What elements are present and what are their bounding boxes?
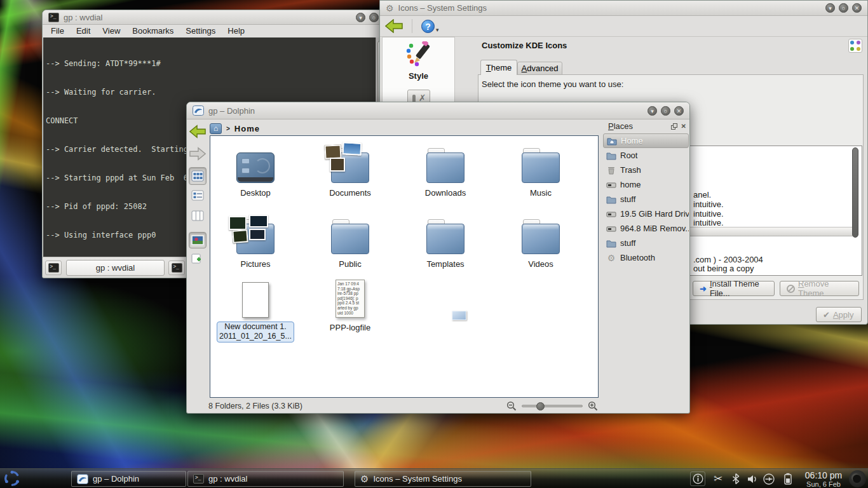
folder-item-music[interactable]: Music [496,142,585,198]
zoom-out-icon[interactable] [506,401,517,411]
icon-theme-prompt: Select the icon theme you want to use: [482,79,623,89]
maximize-button[interactable]: ○ [839,3,848,13]
folder-item-public[interactable]: Public [306,214,395,269]
maximize-button[interactable]: ○ [369,13,379,22]
list-scrollbar-thumb[interactable] [852,147,858,238]
launcher-button[interactable] [3,469,22,488]
file-item-ppp-logfile[interactable]: Jan 17 09:4 7:18 gp-Asp ire-5738 pp pd[1… [306,277,395,332]
place-item-bluetooth[interactable]: ⚙ Bluetooth [603,250,689,265]
selected-file-label: New document 1. 2011_01_20_16_5... [217,322,294,342]
zoom-slider[interactable] [522,405,583,407]
folder-item-documents[interactable]: Documents [306,142,395,198]
place-item-hard-drive[interactable]: 19.5 GiB Hard Drive [603,207,689,221]
klipper-scissors-icon[interactable]: ✂ [710,471,726,486]
close-button[interactable]: ✕ [674,106,684,116]
volume-tray-icon[interactable] [745,471,760,486]
status-text: 8 Folders, 2 Files (3.3 KiB) [208,402,302,410]
task-wvdial[interactable]: gp : wvdial [187,471,344,487]
maximize-button[interactable]: ○ [661,106,670,116]
remove-theme-button[interactable]: Remove Theme [780,281,859,296]
konsole-menubar: File Edit View Bookmarks Settings Help [43,25,384,37]
float-panel-icon[interactable] [671,123,677,130]
zoom-slider-knob[interactable] [536,402,545,410]
install-theme-button[interactable]: ➜ Install Theme File... [693,281,775,296]
terminal-app-icon [48,13,59,22]
close-button[interactable]: ✕ [852,3,862,13]
minimize-button[interactable]: ▾ [825,3,835,13]
columns-view-button[interactable] [189,210,207,221]
menu-help[interactable]: Help [227,26,245,37]
new-tab-button-right[interactable] [168,261,185,275]
place-item-root[interactable]: Root [603,148,689,163]
bluetooth-icon: ⚙ [606,253,616,263]
back-button[interactable] [189,125,207,139]
place-item-trash[interactable]: Trash [603,163,689,177]
terminal-line: --> Sending: ATDT*99***1# [46,59,374,69]
folder-label: Music [496,188,585,198]
menu-file[interactable]: File [51,26,64,37]
folder-item-desktop[interactable]: Desktop [211,142,300,198]
place-item-stuff-2[interactable]: stuff [603,236,689,250]
folder-item-downloads[interactable]: Downloads [401,142,490,198]
apply-button[interactable]: ✔ Apply [816,307,862,322]
konsole-titlebar[interactable]: gp : wvdial ▾ ○ [43,10,384,25]
task-system-settings[interactable]: ⚙ Icons – System Settings [355,471,531,487]
drive-icon [606,180,616,190]
place-item-home[interactable]: Home [603,133,689,148]
notifications-tray-icon[interactable] [690,471,705,486]
place-item-removable[interactable]: 964.8 MiB Remov... [603,221,689,236]
minimize-button[interactable]: ▾ [356,13,365,22]
folder-item-templates[interactable]: Templates [401,214,490,269]
battery-tray-icon[interactable] [780,471,796,486]
menu-edit[interactable]: Edit [76,26,90,37]
sidebar-item-style[interactable]: Style [383,37,454,81]
theme-list-text: intuitive. [693,218,724,227]
preview-icon [191,235,204,245]
konsole-title: gp : wvdial [64,13,102,22]
details-view-button[interactable] [189,190,207,201]
system-settings-titlebar[interactable]: ⚙ Icons – System Settings ▾ ○ ✕ [380,1,867,16]
file-item-new-document[interactable]: New document 1. 2011_01_20_16_5... [211,277,300,342]
preview-toggle-button[interactable] [189,232,207,248]
terminal-icon [172,263,182,273]
new-tab-button[interactable] [45,261,62,275]
forward-button[interactable] [189,147,207,161]
terminal-line: --> Waiting for carrier. [46,88,374,97]
dolphin-title: gp – Dolphin [208,106,255,116]
tab-advanced[interactable]: Advanced [517,62,562,75]
chevron-down-icon: ▾ [436,27,439,33]
sidebar-item-label: Style [383,71,454,81]
back-button[interactable] [385,19,403,33]
breadcrumb-home[interactable]: Home [234,124,260,133]
folder-item-pictures[interactable]: Pictures [211,214,300,269]
bluetooth-tray-icon[interactable] [728,471,743,486]
clock-date: Sun, 6 Feb [799,480,848,488]
folder-icon [522,224,560,254]
theme-description-text: out being a copy [693,264,754,273]
close-panel-icon[interactable]: ✕ [681,123,686,130]
konsole-tab[interactable]: gp : wvdial [66,260,165,276]
breadcrumb: ⌂ > Home [210,121,260,135]
menu-settings[interactable]: Settings [186,26,215,37]
help-button[interactable]: ? ▾ [421,20,439,33]
menu-view[interactable]: View [102,26,120,37]
icons-view-button[interactable] [189,167,207,185]
place-item-stuff[interactable]: stuff [603,192,689,207]
tab-theme[interactable]: Theme [480,60,517,75]
places-header: Places [608,121,633,131]
home-icon[interactable]: ⌂ [210,123,222,134]
folder-item-videos[interactable]: Videos [496,214,585,269]
split-view-button[interactable] [189,254,207,265]
document-icon [242,282,269,318]
clock[interactable]: 06:10 pm Sun, 6 Feb [799,470,848,488]
minimize-button[interactable]: ▾ [648,106,657,116]
forward-arrow-icon [189,147,206,161]
device-notifier-icon[interactable] [761,471,776,486]
dolphin-titlebar[interactable]: gp – Dolphin ▾ ○ ✕ [187,102,689,119]
task-dolphin[interactable]: gp – Dolphin [71,471,186,487]
folder-view[interactable]: Desktop Documents Downloads Music [210,135,599,398]
place-item-home-drive[interactable]: home [603,177,689,192]
menu-bookmarks[interactable]: Bookmarks [132,26,173,37]
zoom-in-icon[interactable] [588,401,598,411]
panel-cashew-icon[interactable] [849,470,866,487]
